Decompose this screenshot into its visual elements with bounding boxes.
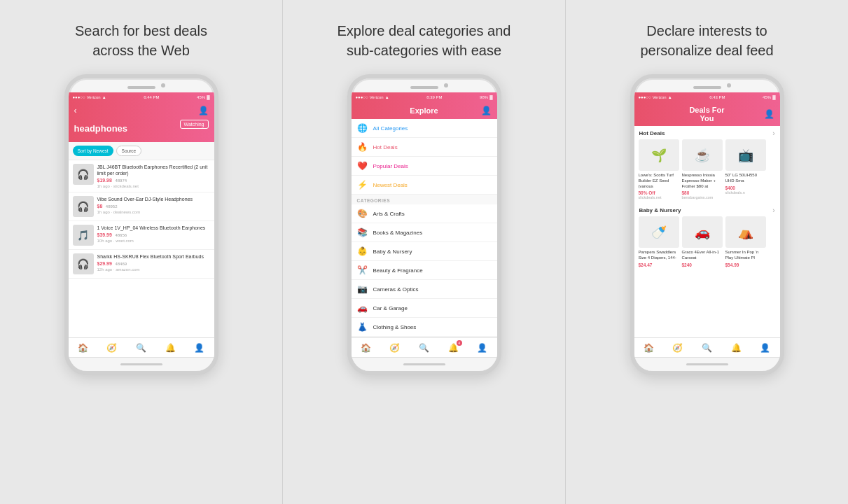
status-bar: ●●●○○ Verizon ▲ 8:39 PM 98% ▓ [352, 92, 497, 102]
phone-speaker [693, 86, 721, 89]
explore-category-4[interactable]: 📷 Cameras & Optics [352, 280, 497, 299]
phone-top-bar [69, 78, 214, 92]
bottom-tabs: 🏠🧭🔍🔔4👤 [352, 337, 497, 357]
explore-featured-popular[interactable]: ❤️ Popular Deals [352, 157, 497, 176]
deal-thumb: 🎵 [73, 225, 94, 246]
panel-title-deals-for-you: Declare interests topersonalize deal fee… [640, 21, 773, 60]
deals-content: Hot Deals › 🌱 Lowe's: Scotts Turf Builde… [634, 126, 780, 337]
tab-1[interactable]: 🧭 [389, 343, 400, 353]
profile-icon[interactable]: 👤 [764, 109, 774, 119]
tab-3[interactable]: 🔔 [165, 343, 176, 353]
section-header-row-1: Baby & Nursery › [634, 203, 780, 216]
explore-category-1[interactable]: 📚 Books & Magazines [352, 223, 497, 242]
filter-btn-1[interactable]: Source [116, 146, 142, 156]
deal-item[interactable]: 🎧 Vibe Sound Over-Ear DJ-Style Headphone… [69, 192, 214, 221]
deal-price: $29.99 [97, 261, 112, 266]
tab-1[interactable]: 🧭 [672, 343, 683, 353]
product-name-1-0: Pampers Swaddlers Size 4 Diapers, 144- [639, 250, 679, 261]
explore-label-hot: Hot Deals [373, 144, 398, 150]
status-bar-right: 45% ▓ [197, 95, 209, 99]
search-header: headphones Watching [69, 119, 214, 142]
deal-price-row: $8 48952 [97, 202, 210, 209]
panel-deals-for-you: Declare interests topersonalize deal fee… [566, 0, 848, 504]
product-card-0-2[interactable]: 📺 50" LG 50UH550 UHD Sma $400 slickdeals… [725, 139, 766, 200]
tab-2[interactable]: 🔍 [702, 343, 712, 353]
category-label-5: Car & Garage [373, 305, 408, 312]
carrier-label: Verizon [87, 95, 101, 99]
section-chevron-1[interactable]: › [772, 206, 774, 214]
tab-0[interactable]: 🏠 [78, 343, 88, 353]
product-card-1-2[interactable]: ⛺ Summer In Pop 'n Play Ultimate Pl $54.… [725, 216, 766, 267]
panels-container: Search for best dealsacross the Web ●●●○… [0, 0, 848, 504]
section-chevron-0[interactable]: › [772, 130, 774, 137]
tab-2[interactable]: 🔍 [136, 343, 146, 353]
explore-category-5[interactable]: 🚗 Car & Garage [352, 299, 497, 318]
deal-list: 🎧 JBL J46BT Bluetooth Earphones Recertif… [69, 160, 214, 337]
panel-title-search: Search for best dealsacross the Web [75, 21, 207, 60]
phone-search: ●●●○○ Verizon ▲ 6:44 PM 45% ▓ ‹ 👤 headph… [64, 74, 218, 375]
deal-item[interactable]: 🎧 JBL J46BT Bluetooth Earphones Recertif… [69, 160, 214, 192]
deal-meta: 12h ago · amazon.com [97, 267, 210, 272]
nav-title: Explore [402, 106, 447, 115]
battery-icon: ▓ [772, 95, 775, 99]
profile-icon[interactable]: 👤 [198, 106, 209, 115]
product-card-1-1[interactable]: 🚗 Graco 4Ever All-in-1 Carseat $240 [682, 216, 723, 267]
deal-info: Sharkk HS-SKRU8 Flex Bluetooth Sport Ear… [97, 253, 210, 272]
explore-featured-all[interactable]: 🌐 All Categories [352, 119, 497, 138]
tab-3[interactable]: 🔔 [731, 343, 742, 353]
product-img-0-2: 📺 [725, 139, 766, 171]
section-title-1: Baby & Nursery [639, 207, 681, 214]
categories-section-header: CATEGORIES [352, 195, 497, 204]
back-icon[interactable]: ‹ [74, 106, 77, 115]
watching-button[interactable]: Watching [180, 120, 209, 129]
explore-featured-newest[interactable]: ⚡ Newest Deals [352, 176, 497, 195]
deal-title: Vibe Sound Over-Ear DJ-Style Headphones [97, 196, 210, 202]
carrier-label: Verizon [370, 95, 384, 99]
tab-4[interactable]: 👤 [477, 343, 487, 353]
tab-4[interactable]: 👤 [760, 343, 770, 353]
product-name-0-0: Lowe's: Scotts Turf Builder EZ Seed (var… [639, 173, 679, 189]
phone-bottom-curve [69, 357, 214, 371]
battery-label: 98% [480, 95, 488, 99]
product-price-0-2: $400 [725, 186, 766, 190]
filter-btn-0[interactable]: Sort by Newest [73, 146, 113, 156]
wifi-icon: ▲ [668, 95, 672, 99]
product-img-1-1: 🚗 [682, 216, 723, 248]
deal-thumb: 🎧 [73, 164, 94, 185]
product-card-0-1[interactable]: ☕ Nespresso Inissia Espresso Maker + Fro… [682, 139, 723, 200]
deal-thumb: 🎧 [73, 196, 94, 217]
tab-0[interactable]: 🏠 [644, 343, 654, 353]
profile-icon[interactable]: 👤 [481, 106, 492, 115]
deal-count: 48656 [115, 233, 127, 237]
product-source-0-2: slickdeals.n [725, 190, 766, 195]
tab-2[interactable]: 🔍 [419, 343, 429, 353]
deal-item[interactable]: 🎵 1 Voice 1V_HP_04 Wireless Bluetooth Ea… [69, 221, 214, 250]
explore-category-6[interactable]: 👗 Clothing & Shoes [352, 318, 497, 337]
explore-featured-hot[interactable]: 🔥 Hot Deals [352, 138, 497, 157]
phone-top-bar [352, 78, 497, 92]
status-bar-right: 45% ▓ [763, 95, 775, 99]
explore-category-0[interactable]: 🎨 Arts & Crafts [352, 204, 497, 223]
section-title-0: Hot Deals [639, 130, 665, 136]
phone-deals-for-you: ●●●○○ Verizon ▲ 6:43 PM 45% ▓ Deals For … [630, 74, 784, 375]
product-card-1-0[interactable]: 🍼 Pampers Swaddlers Size 4 Diapers, 144-… [639, 216, 679, 267]
home-indicator [120, 363, 162, 365]
product-card-0-0[interactable]: 🌱 Lowe's: Scotts Turf Builder EZ Seed (v… [639, 139, 679, 200]
tab-4[interactable]: 👤 [194, 343, 204, 353]
tab-3[interactable]: 🔔4 [448, 343, 459, 353]
deal-title: Sharkk HS-SKRU8 Flex Bluetooth Sport Ear… [97, 253, 210, 260]
search-term: headphones [74, 123, 128, 134]
tab-badge: 4 [457, 340, 462, 346]
phone-camera [444, 83, 448, 88]
phone-speaker [127, 86, 155, 89]
explore-category-3[interactable]: ✂️ Beauty & Fragrance [352, 261, 497, 280]
tab-0[interactable]: 🏠 [361, 343, 371, 353]
filter-bar: Sort by NewestSource [69, 142, 214, 160]
battery-label: 45% [197, 95, 205, 99]
deal-item[interactable]: 🎧 Sharkk HS-SKRU8 Flex Bluetooth Sport E… [69, 250, 214, 279]
tab-1[interactable]: 🧭 [106, 343, 117, 353]
phone-speaker [410, 86, 438, 89]
explore-category-2[interactable]: 👶 Baby & Nursery [352, 242, 497, 261]
product-img-0-1: ☕ [682, 139, 723, 171]
deal-title: JBL J46BT Bluetooth Earphones Recertifie… [97, 164, 210, 176]
